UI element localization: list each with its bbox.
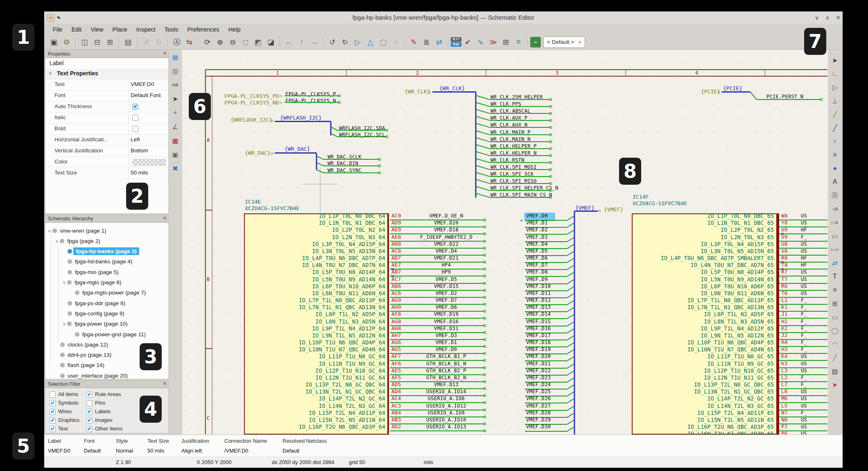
net-label[interactable]: USERIO_A.IO9	[405, 410, 487, 416]
schematic-canvas[interactable]: 1234ABCFPGA-PL_CLKSYS_PD▷FPGA-PL_CLKSYS_…	[182, 50, 828, 435]
draw-bus-icon[interactable]: ╱	[830, 122, 840, 133]
place-power-icon[interactable]: ⊥	[830, 95, 840, 106]
sheet-tree-item[interactable]: ∨fpga-power (page 10)	[63, 319, 127, 328]
sheet-tree-label[interactable]: ddr4-ps (page 13)	[68, 352, 111, 358]
filter-checkbox-pins[interactable]	[86, 400, 93, 406]
net-label[interactable]: VMEF.D22	[526, 368, 551, 374]
checkbox-italic[interactable]	[132, 115, 138, 121]
net-label[interactable]: VMEF.D17	[526, 333, 551, 338]
symbol-refdes[interactable]: IC14E	[245, 199, 261, 205]
net-label-truncated[interactable]: F_	[801, 382, 807, 387]
text-icon[interactable]: T	[830, 271, 840, 282]
symbol-value[interactable]: XCZU4CG-1SFVC7B4E	[245, 205, 299, 211]
sheet-sync-icon[interactable]: ⇄	[434, 36, 445, 48]
paste-icon[interactable]: ▤	[122, 36, 133, 48]
hier-label[interactable]: {WR_CLK}	[405, 88, 430, 95]
net-label[interactable]: VMEF.D16	[526, 326, 551, 331]
menu-file[interactable]: File	[48, 25, 67, 34]
bus-label[interactable]: {VMEF}	[575, 205, 594, 211]
sheet-tree-label[interactable]: fpga-ps-ddr (page 8)	[75, 300, 125, 306]
color-swatch[interactable]	[132, 159, 166, 166]
draw-lines-icon[interactable]: ╱	[830, 352, 840, 363]
properties-toggle-icon[interactable]: ✖	[170, 163, 181, 174]
net-label[interactable]: VMEF.D3	[526, 234, 548, 240]
net-label-truncated[interactable]: F_	[801, 304, 807, 310]
net-label[interactable]: VMEF.D31	[405, 326, 487, 331]
find-icon[interactable]: Ⓐ	[171, 36, 182, 48]
net-label-truncated[interactable]: US	[801, 403, 807, 409]
copy-sheet-icon[interactable]: ◫	[79, 36, 90, 48]
zoom-in-icon[interactable]: ⊕	[215, 36, 226, 48]
net-label[interactable]: VMEF.D14	[526, 311, 551, 317]
net-label-truncated[interactable]: US	[801, 353, 807, 359]
tree-expand-icon[interactable]: ∨	[63, 280, 66, 285]
net-label[interactable]: VMEF.D19	[526, 346, 551, 352]
net-label[interactable]: USERIO_A.IO14	[405, 389, 487, 394]
net-label-truncated[interactable]: F_	[801, 340, 807, 345]
hierarchy-navigator-icon[interactable]: ▣	[170, 149, 181, 160]
sheet-pin-icon[interactable]: ▷▭	[830, 244, 840, 255]
bus-label[interactable]: {WR_DAC}	[285, 146, 310, 152]
net-label[interactable]: F_IOEXP_HWBYTE2_D	[405, 234, 487, 240]
simulator-icon[interactable]: ∿	[475, 36, 486, 48]
filter-checkbox-other-items[interactable]: ✔	[86, 426, 93, 432]
nav-forward-icon[interactable]: →	[309, 36, 320, 48]
property-value[interactable]: VMEF.D0	[131, 81, 154, 87]
net-label[interactable]: VMEF.D9	[526, 276, 548, 282]
net-label[interactable]: VMEF.D26	[526, 396, 551, 401]
sheet-tree-label[interactable]: fpga (page 2)	[67, 238, 100, 244]
sheet-settings-icon[interactable]: ⚙	[61, 36, 72, 48]
filter-checkbox-graphics[interactable]: ✔	[50, 417, 56, 423]
net-label[interactable]: WR_CLK.SPI_MAIN_CS_N	[491, 192, 552, 198]
sheet-tree-label[interactable]: fpga-power (page 10)	[75, 321, 127, 327]
hier-label[interactable]: {WR_DAC}	[245, 150, 271, 156]
no-connect-icon[interactable]: ✕	[830, 149, 840, 160]
net-label[interactable]: USERIO_A.IO6	[405, 396, 487, 401]
hier-label[interactable]: FPGA-PL_CLKSYS_PD	[224, 93, 279, 99]
bus-label[interactable]: {PCIE}	[723, 85, 742, 91]
ungroup-icon[interactable]: ▫	[390, 36, 401, 48]
zoom-fit-icon[interactable]: ◻	[240, 36, 251, 48]
property-value[interactable]: Bottom	[131, 147, 148, 154]
net-label-truncated[interactable]: F_	[801, 319, 807, 324]
net-label[interactable]: VMEF.D27	[526, 403, 551, 409]
net-label[interactable]: WR_CLK.MAIN_P	[491, 129, 531, 135]
net-label[interactable]: VMEF.D5	[405, 276, 487, 282]
net-label[interactable]: GTH_BCLK_B2_P	[405, 368, 487, 374]
net-label[interactable]: VMEF.D8	[526, 269, 548, 275]
net-label[interactable]: VMEF.D16	[405, 319, 487, 324]
net-label-truncated[interactable]: US	[801, 431, 807, 435]
net-label-truncated[interactable]: US	[801, 361, 807, 367]
net-label-truncated[interactable]: HF	[801, 262, 807, 268]
sheet-tree-label[interactable]: fpga-hp-banks (page 3)	[73, 247, 139, 255]
net-label-truncated[interactable]: F_	[801, 311, 807, 317]
tree-expand-icon[interactable]: ∨	[63, 322, 66, 326]
erc-icon[interactable]: ✔	[462, 36, 473, 48]
filter-checkbox-text[interactable]: ✔	[50, 426, 56, 432]
net-label[interactable]: VMEF.D7	[405, 297, 487, 303]
sheet-tree-item[interactable]: user_interface (page 20)	[55, 371, 128, 380]
sheet-tree-item[interactable]: ∨fpga (page 2)	[55, 236, 100, 245]
net-label[interactable]: WR_DAC.DIN	[328, 161, 358, 166]
net-label[interactable]: WR_CLK.AUX_N	[491, 122, 527, 128]
menu-help[interactable]: Help	[224, 25, 245, 34]
net-label-truncated[interactable]: US	[801, 248, 807, 254]
property-value[interactable]: Default Font	[131, 92, 161, 98]
property-value[interactable]: 50 mils	[131, 170, 148, 176]
group-icon[interactable]: ▢	[377, 36, 389, 48]
highlight-net-icon[interactable]: ∟	[830, 68, 840, 79]
net-label-truncated[interactable]: US	[801, 424, 807, 430]
net-label[interactable]: VMEF.D20	[526, 353, 551, 359]
select-tool-icon[interactable]: ➤	[830, 55, 840, 66]
net-label[interactable]: PCIE.PERST_N	[766, 94, 803, 100]
sheet-tree-item[interactable]: fpga-power-gnd (page 11)	[70, 330, 146, 339]
net-label-truncated[interactable]: US	[801, 276, 807, 282]
hier-label[interactable]: {PCIE}	[701, 88, 720, 95]
place-symbol-icon[interactable]: ▷	[830, 82, 840, 93]
probe-icon[interactable]: +	[170, 107, 181, 118]
menu-edit[interactable]: Edit	[67, 25, 86, 34]
redo-icon[interactable]: ↻	[153, 36, 164, 48]
sheet-tree-label[interactable]: fpga-mgts-power (page 7)	[82, 290, 146, 296]
properties-close-icon[interactable]: ✕	[163, 51, 167, 56]
library-browser-icon[interactable]: ≣	[421, 36, 432, 48]
